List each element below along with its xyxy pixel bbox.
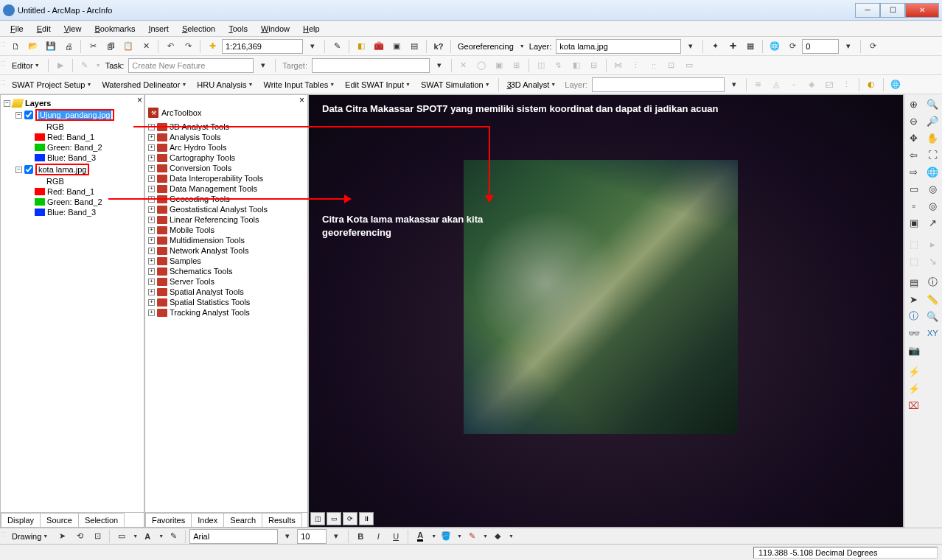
underline-icon[interactable]: U xyxy=(388,528,404,545)
scale-input[interactable] xyxy=(222,39,303,54)
arccatalog-icon[interactable]: ◧ xyxy=(353,38,369,55)
expand-icon[interactable]: + xyxy=(148,299,155,306)
arctoolbox-icon[interactable]: 🧰 xyxy=(371,38,387,55)
find-icon[interactable]: 🔍 xyxy=(924,308,941,324)
arcglobe-icon[interactable]: 🌐 xyxy=(887,77,904,93)
toolbox-item[interactable]: +Conversion Tools xyxy=(148,163,304,173)
undo-icon[interactable]: ↶ xyxy=(162,38,178,55)
atb-title[interactable]: ArcToolbox xyxy=(161,108,201,117)
font-combo[interactable] xyxy=(189,529,278,544)
menu-insert[interactable]: Insert xyxy=(142,23,175,35)
toolbox-item[interactable]: +Schematics Tools xyxy=(148,266,304,276)
full-extent-icon[interactable]: ✥ xyxy=(906,130,922,146)
expand-icon[interactable]: + xyxy=(148,134,155,141)
editor-menu[interactable]: Editor▼ xyxy=(7,57,44,74)
minimize-button[interactable] xyxy=(855,3,880,18)
atb-tab-search[interactable]: Search xyxy=(223,513,262,527)
swat-watershed[interactable]: Watershed Delineator▼ xyxy=(97,77,191,93)
prev-extent-icon[interactable]: ⇦ xyxy=(906,147,922,163)
expand-icon[interactable]: + xyxy=(148,186,155,192)
font-size-input[interactable] xyxy=(297,529,327,544)
pan-icon[interactable]: ✋ xyxy=(924,130,941,146)
font-dropdown-icon[interactable]: ▾ xyxy=(279,528,296,545)
arcscene-icon[interactable]: ◐ xyxy=(863,77,879,93)
globe-icon[interactable]: 🌐 xyxy=(924,164,941,180)
expand-icon[interactable]: + xyxy=(148,258,155,265)
rt-icon-camera[interactable]: 📷 xyxy=(906,342,922,358)
data-view-icon[interactable]: ◫ xyxy=(310,512,325,525)
toolbox-item[interactable]: +Linear Referencing Tools xyxy=(148,214,304,225)
atb-tab-index[interactable]: Index xyxy=(191,513,224,527)
georef-controlpoints-icon[interactable]: ✚ xyxy=(725,38,741,55)
select-elements-icon[interactable]: ▣ xyxy=(906,214,922,231)
menu-bookmarks[interactable]: Bookmarks xyxy=(88,23,141,35)
3d-layer-combo[interactable] xyxy=(592,77,725,92)
expand-icon[interactable]: + xyxy=(148,165,155,172)
fill-color-icon[interactable]: 🪣 xyxy=(438,528,454,545)
edit-vertices-icon[interactable]: ✎ xyxy=(165,528,181,545)
zoom-out-icon[interactable]: 🔎 xyxy=(924,113,941,129)
rt-icon-table[interactable]: ▤ xyxy=(906,274,922,290)
expand-icon[interactable]: + xyxy=(148,144,155,151)
maximize-button[interactable] xyxy=(880,3,905,18)
toolbox-item[interactable]: +Arc Hydro Tools xyxy=(148,142,304,153)
menu-file[interactable]: File xyxy=(4,23,29,35)
expand-icon[interactable]: + xyxy=(148,237,155,244)
refresh-icon[interactable]: ⟳ xyxy=(865,38,881,55)
bold-icon[interactable]: B xyxy=(352,528,369,545)
italic-icon[interactable]: I xyxy=(370,528,386,545)
layer2-name[interactable]: kota lama.jpg xyxy=(38,165,86,174)
task-dropdown-icon[interactable]: ▾ xyxy=(255,57,271,74)
toolbox-item[interactable]: +Tracking Analyst Tools xyxy=(148,307,304,318)
menu-help[interactable]: Help xyxy=(297,23,326,35)
toc-tab-selection[interactable]: Selection xyxy=(78,513,125,527)
close-button[interactable] xyxy=(905,3,939,18)
select-elements-icon[interactable]: ➤ xyxy=(54,528,70,545)
select-features-icon[interactable]: ▭ xyxy=(906,181,922,197)
layer1-name[interactable]: Ujung_pandang.jpg xyxy=(38,111,111,119)
expand-icon[interactable]: + xyxy=(148,175,155,182)
rt-icon-c[interactable]: ◎ xyxy=(924,181,941,197)
size-dropdown-icon[interactable]: ▾ xyxy=(328,528,344,545)
zoom-in-icon[interactable]: 🔍 xyxy=(924,96,941,112)
paste-icon[interactable]: 📋 xyxy=(120,38,136,55)
next-extent-icon[interactable]: ⇨ xyxy=(906,164,922,180)
toolbox-item[interactable]: +Mobile Tools xyxy=(148,225,304,235)
3d-layer-dropdown-icon[interactable]: ▾ xyxy=(726,77,742,93)
identify-icon[interactable]: ⓘ xyxy=(924,274,941,290)
drawing-menu[interactable]: Drawing▼ xyxy=(7,528,52,545)
toc-root[interactable]: Layers xyxy=(25,99,51,108)
rotation-dropdown-icon[interactable]: ▾ xyxy=(840,38,856,55)
menu-tools[interactable]: Tools xyxy=(223,23,254,35)
rt-icon-pointer[interactable]: ➤ xyxy=(906,291,922,307)
zoom-to-sel-icon[interactable]: ⊡ xyxy=(89,528,105,545)
swat-project-setup[interactable]: SWAT Project Setup▼ xyxy=(7,77,96,93)
toolbox-item[interactable]: +Spatial Statistics Tools xyxy=(148,297,304,307)
pause-draw-icon[interactable]: ⏸ xyxy=(359,512,374,525)
atb-tab-favorites[interactable]: Favorites xyxy=(145,513,192,527)
new-rect-icon[interactable]: ▭ xyxy=(114,528,130,545)
rotate-icon[interactable]: ⟲ xyxy=(71,528,88,545)
refresh-view-icon[interactable]: ⟳ xyxy=(343,512,357,525)
atb-tab-results[interactable]: Results xyxy=(262,513,302,527)
expand-icon[interactable]: + xyxy=(148,155,155,161)
task-combo[interactable] xyxy=(128,58,254,73)
rt-icon-binoc[interactable]: 👓 xyxy=(906,325,922,341)
menu-selection[interactable]: Selection xyxy=(176,23,221,35)
toc-tab-source[interactable]: Source xyxy=(40,513,79,527)
toolbox-item[interactable]: +Server Tools xyxy=(148,276,304,287)
expand-icon[interactable]: − xyxy=(15,167,22,173)
toolbox-item[interactable]: +Network Analyst Tools xyxy=(148,245,304,256)
combo-dropdown-icon[interactable]: ▾ xyxy=(683,38,699,55)
map-view[interactable]: Data Citra Makassar SPOT7 yang memiliki … xyxy=(308,94,904,528)
clear-selection-icon[interactable]: ▫ xyxy=(906,197,922,214)
rt-icon-bolt2[interactable]: ⚡ xyxy=(906,380,922,396)
layer1-checkbox[interactable] xyxy=(24,111,33,119)
toolbox-item[interactable]: +Spatial Analyst Tools xyxy=(148,287,304,297)
rt-icon-e[interactable]: ↗ xyxy=(924,214,941,231)
save-icon[interactable]: 💾 xyxy=(43,38,59,55)
expand-icon[interactable]: − xyxy=(4,100,10,107)
rt-icon-bolt[interactable]: ⚡ xyxy=(906,363,922,379)
zoom-in-fixed-icon[interactable]: ⊕ xyxy=(906,96,922,112)
rt-icon-info[interactable]: ⓘ xyxy=(906,308,922,324)
